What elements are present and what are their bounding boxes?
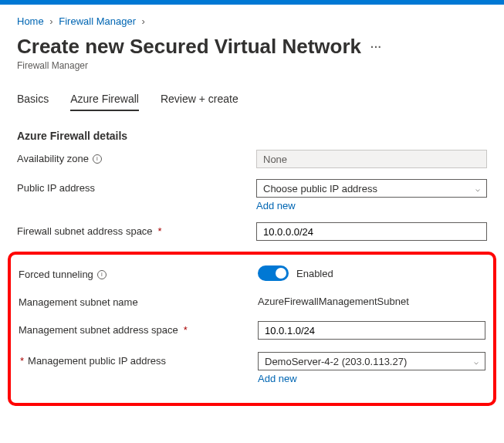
mgmt-subnet-addr-label: Management subnet address space * — [19, 321, 258, 336]
chevron-right-icon: › — [142, 15, 145, 27]
page-title-text: Create new Secured Virtual Network — [17, 35, 361, 59]
select-placeholder: Choose public IP address — [263, 183, 377, 194]
label-text: Management public IP address — [28, 355, 166, 367]
tabs: Basics Azure Firewall Review + create — [17, 93, 487, 111]
section-title: Azure Firewall details — [17, 130, 487, 142]
tab-azure-firewall[interactable]: Azure Firewall — [70, 93, 139, 111]
forced-tunneling-toggle[interactable] — [258, 265, 289, 281]
breadcrumb-home[interactable]: Home — [17, 15, 44, 27]
label-text: Public IP address — [17, 182, 95, 194]
firewall-subnet-label: Firewall subnet address space * — [17, 222, 256, 237]
highlighted-section: Forced tunneling i Enabled Management su… — [8, 252, 496, 406]
info-icon[interactable]: i — [97, 270, 107, 279]
public-ip-label: Public IP address — [17, 179, 256, 194]
chevron-down-icon: ⌵ — [475, 184, 480, 193]
add-new-link-pubip[interactable]: Add new — [256, 200, 296, 211]
label-text: Management subnet name — [19, 296, 138, 308]
info-icon[interactable]: i — [93, 154, 102, 164]
availability-zone-select[interactable]: None — [256, 150, 487, 168]
mgmt-subnet-addr-input[interactable] — [258, 321, 485, 340]
required-icon: * — [20, 355, 24, 367]
mgmt-pubip-label: *Management public IP address — [19, 352, 258, 367]
add-new-link-mgmt-pubip[interactable]: Add new — [258, 373, 297, 384]
required-icon: * — [184, 324, 188, 336]
toggle-status: Enabled — [296, 268, 333, 279]
chevron-right-icon: › — [49, 15, 52, 27]
label-text: Availability zone — [17, 153, 89, 164]
chevron-down-icon: ⌵ — [474, 357, 479, 366]
mgmt-subnet-name-value: AzureFirewallManagementSubnet — [258, 293, 485, 307]
label-text: Firewall subnet address space — [17, 225, 153, 237]
label-text: Forced tunneling — [19, 269, 93, 280]
public-ip-select[interactable]: Choose public IP address ⌵ — [256, 179, 487, 198]
page-subtitle: Firewall Manager — [17, 60, 487, 71]
more-icon[interactable]: ··· — [370, 41, 382, 53]
mgmt-subnet-name-label: Management subnet name — [19, 293, 258, 308]
required-icon: * — [158, 225, 162, 237]
page-title: Create new Secured Virtual Network ··· — [17, 35, 487, 59]
mgmt-pubip-select[interactable]: DemoServer-4-2 (203.0.113.27) ⌵ — [258, 352, 485, 370]
breadcrumb-parent[interactable]: Firewall Manager — [59, 15, 136, 27]
tab-review-create[interactable]: Review + create — [161, 93, 238, 111]
firewall-subnet-input[interactable] — [256, 222, 487, 241]
availability-zone-label: Availability zone i — [17, 150, 256, 164]
label-text: Management subnet address space — [19, 324, 178, 336]
select-value: DemoServer-4-2 (203.0.113.27) — [265, 356, 407, 367]
breadcrumb: Home › Firewall Manager › — [17, 15, 487, 27]
forced-tunneling-label: Forced tunneling i — [19, 265, 258, 280]
tab-basics[interactable]: Basics — [17, 93, 49, 111]
